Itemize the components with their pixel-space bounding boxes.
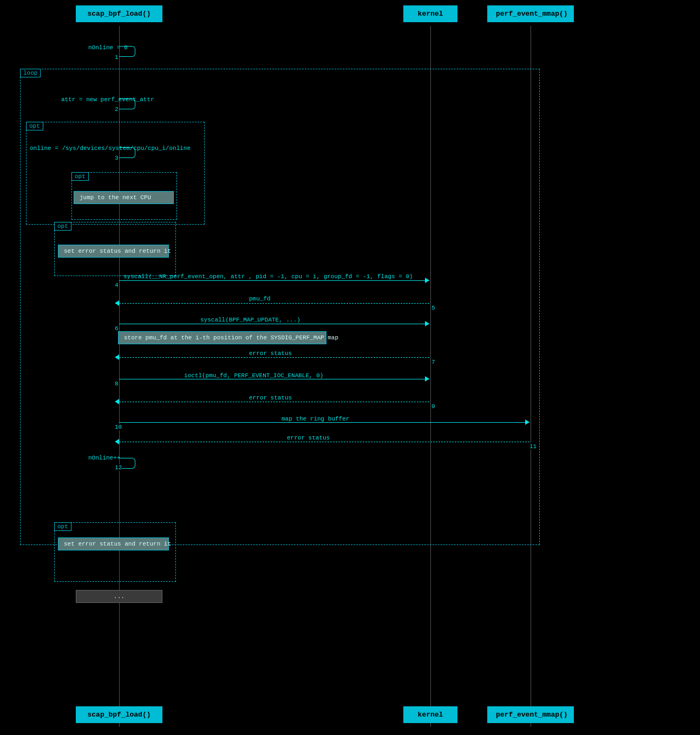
arrow-6-head <box>425 321 429 326</box>
label-map-ring: map the ring buffer <box>282 416 349 422</box>
arrow-10-line <box>119 422 529 423</box>
arrow-9-head <box>115 399 119 404</box>
num-10: 10 <box>115 424 122 430</box>
arrow-9-line <box>119 402 429 402</box>
num-12: 12 <box>115 464 122 471</box>
num-2: 2 <box>115 106 119 113</box>
num-11: 11 <box>529 443 537 450</box>
label-error-7: error status <box>249 350 292 357</box>
arrow-4-line <box>119 280 429 281</box>
num-1: 1 <box>115 54 119 61</box>
arrow-5-line <box>119 303 429 304</box>
label-ioctl: ioctl(pmu_fd, PERF_EVENT_IOC_ENABLE, 0) <box>184 372 323 379</box>
actor-kernel: kernel <box>403 5 457 22</box>
arrow-11-head <box>115 439 119 444</box>
arrow-5-head <box>115 300 119 306</box>
sequence-diagram: scap_bpf_load() kernel perf_event_mmap()… <box>0 0 700 735</box>
arrow-7-line <box>119 357 429 358</box>
actor-kernel-bottom: kernel <box>403 706 457 723</box>
num-8: 8 <box>115 380 119 387</box>
label-error-11: error status <box>287 435 330 441</box>
actor-scap-bpf-load-bottom: scap_bpf_load() <box>76 706 162 723</box>
arrow-8-head <box>425 376 429 382</box>
actor-perf-event-mmap: perf_event_mmap() <box>487 5 574 22</box>
note-jump-cpu: jump to the next CPU <box>74 191 174 204</box>
actor-scap-bpf-load: scap_bpf_load() <box>76 5 162 22</box>
label-nonline-init: nOnline = 0 <box>88 44 128 51</box>
num-5: 5 <box>431 305 435 311</box>
arrow-10-head <box>525 419 529 425</box>
num-7: 7 <box>431 359 435 365</box>
fragment-loop-label: loop <box>20 69 41 77</box>
label-online-path: online = /sys/devices/system/cpu/cpu_i/o… <box>30 145 191 152</box>
note-set-error-2: set error status and return it <box>58 537 169 550</box>
fragment-opt-4-label: opt <box>54 522 71 531</box>
label-error-9: error status <box>249 395 292 401</box>
fragment-opt-2-label: opt <box>71 172 89 181</box>
note-ellipsis: ... <box>76 590 162 603</box>
arrow-8-line <box>119 379 429 379</box>
actor-perf-event-mmap-bottom: perf_event_mmap() <box>487 706 574 723</box>
num-4: 4 <box>115 282 119 288</box>
arrow-11-line <box>119 442 529 442</box>
fragment-opt-3-label: opt <box>54 222 71 231</box>
arrow-7-head <box>115 355 119 360</box>
arrow-6-line <box>119 324 429 324</box>
note-store-pmu: store pmu_fd at the i-th position of the… <box>118 331 326 344</box>
num-3: 3 <box>115 155 119 161</box>
label-syscall-perf: syscall(__NR_perf_event_open, attr , pid… <box>123 273 413 280</box>
fragment-opt-1-label: opt <box>26 122 43 130</box>
label-pmu-fd: pmu_fd <box>249 296 271 302</box>
label-attr-new: attr = new perf_event_attr <box>61 96 154 103</box>
label-syscall-bpf: syscall(BPF_MAP_UPDATE, ...) <box>200 317 300 323</box>
note-set-error-1: set error status and return it <box>58 245 169 258</box>
fragment-opt-4: opt <box>54 522 176 582</box>
label-nonline-inc: nOnline++ <box>88 455 120 461</box>
arrow-4-head <box>425 278 429 283</box>
num-9: 9 <box>431 403 435 410</box>
